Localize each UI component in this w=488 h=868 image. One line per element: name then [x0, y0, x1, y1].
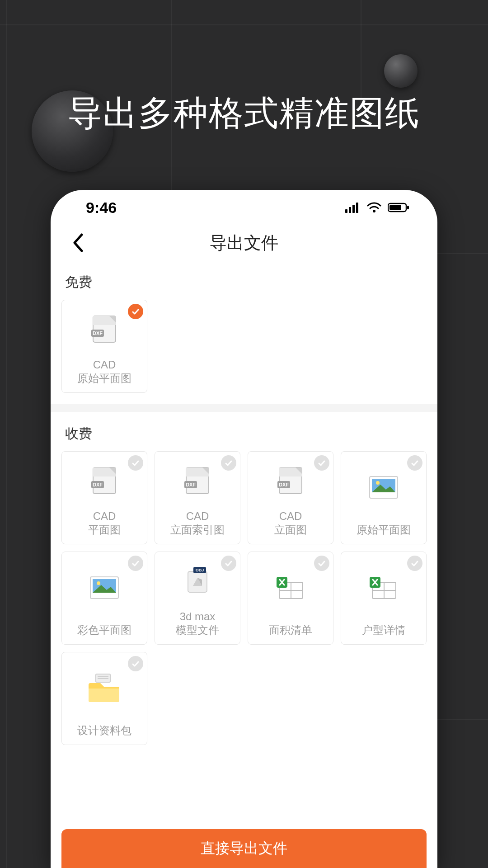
checkmark-unselected-icon — [128, 656, 143, 671]
status-icons — [345, 202, 409, 213]
svg-point-31 — [376, 481, 380, 485]
export-option-card[interactable]: DXF CAD立面图 — [248, 451, 333, 544]
svg-rect-2 — [352, 205, 355, 213]
decor-sphere-small — [384, 54, 418, 88]
export-option-card[interactable]: 户型详情 — [341, 552, 427, 645]
card-subtitle: 设计资料包 — [77, 724, 131, 737]
wifi-icon — [367, 202, 381, 213]
checkmark-unselected-icon — [314, 556, 329, 571]
svg-point-4 — [373, 210, 375, 212]
nav-bar: 导出文件 — [51, 225, 437, 260]
card-title: CAD — [186, 509, 209, 523]
svg-point-35 — [97, 581, 100, 585]
svg-rect-1 — [349, 207, 351, 213]
section-label-free: 免费 — [51, 260, 437, 300]
export-option-card[interactable]: OBJ 3d max模型文件 — [155, 552, 240, 645]
card-subtitle: 面积清单 — [269, 623, 312, 637]
chevron-left-icon — [72, 233, 84, 252]
export-option-card[interactable]: DXF CAD立面索引图 — [155, 451, 240, 544]
signal-icon — [345, 202, 361, 213]
svg-text:DXF: DXF — [186, 482, 196, 487]
checkmark-unselected-icon — [407, 556, 422, 571]
svg-text:OBJ: OBJ — [196, 568, 204, 572]
export-option-card[interactable]: 彩色平面图 — [61, 552, 147, 645]
card-subtitle: 户型详情 — [362, 623, 405, 637]
svg-text:DXF: DXF — [279, 482, 289, 487]
svg-rect-7 — [389, 205, 401, 210]
svg-text:DXF: DXF — [93, 330, 103, 336]
card-subtitle: 立面图 — [274, 523, 307, 537]
promo-headline: 导出多种格式精准图纸 — [0, 90, 488, 137]
card-title: CAD — [93, 509, 116, 523]
svg-rect-6 — [407, 206, 409, 209]
bg-line — [0, 24, 488, 25]
card-subtitle: 模型文件 — [176, 623, 219, 637]
checkmark-unselected-icon — [128, 455, 143, 471]
section-label-paid: 收费 — [51, 412, 437, 451]
grid-paid: DXF CAD平面图 DXF CAD立面索引图 DXF CAD立面图 原始平面图… — [51, 451, 437, 756]
page-title: 导出文件 — [51, 231, 437, 255]
section-divider — [51, 404, 437, 412]
export-button-label: 直接导出文件 — [201, 839, 287, 859]
checkmark-unselected-icon — [221, 455, 236, 471]
checkmark-unselected-icon — [128, 556, 143, 571]
phone-frame: 9:46 导出文件 免费 DXF CAD原始平面图 收费 DXF CAD平面图 … — [51, 190, 437, 868]
export-option-card[interactable]: DXF CAD平面图 — [61, 451, 147, 544]
card-subtitle: 原始平面图 — [77, 372, 131, 385]
export-option-card[interactable]: 面积清单 — [248, 552, 333, 645]
grid-free: DXF CAD原始平面图 — [51, 300, 437, 404]
checkmark-selected-icon — [128, 304, 143, 319]
card-subtitle: 彩色平面图 — [77, 623, 131, 637]
bg-line — [361, 0, 361, 99]
card-subtitle: 原始平面图 — [357, 523, 411, 537]
status-time: 9:46 — [86, 199, 117, 217]
svg-rect-3 — [356, 203, 358, 213]
status-bar: 9:46 — [51, 190, 437, 225]
svg-rect-0 — [345, 209, 347, 213]
battery-icon — [388, 202, 409, 213]
back-button[interactable] — [68, 233, 88, 253]
export-option-card[interactable]: 原始平面图 — [341, 451, 427, 544]
export-button[interactable]: 直接导出文件 — [61, 829, 427, 868]
card-title: 3d max — [180, 610, 216, 623]
checkmark-unselected-icon — [407, 455, 422, 471]
card-title: CAD — [93, 358, 116, 372]
card-title: CAD — [279, 509, 302, 523]
card-subtitle: 平面图 — [88, 523, 121, 537]
card-subtitle: 立面索引图 — [170, 523, 225, 537]
checkmark-unselected-icon — [314, 455, 329, 471]
export-option-card[interactable]: DXF CAD原始平面图 — [61, 300, 147, 393]
checkmark-unselected-icon — [221, 556, 236, 571]
export-option-card[interactable]: 设计资料包 — [61, 652, 147, 745]
svg-text:DXF: DXF — [93, 482, 103, 487]
